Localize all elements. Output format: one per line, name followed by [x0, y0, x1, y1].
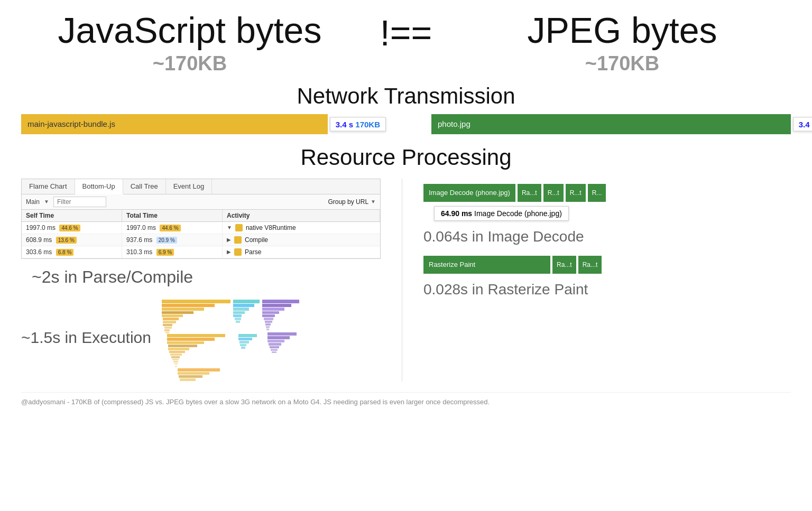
svg-rect-24 [265, 321, 272, 323]
devtools-tabs: Flame Chart Bottom-Up Call Tree Event Lo… [22, 179, 380, 194]
rasterize-section: Rasterize Paint Ra...t Ra...t 0.028s in … [423, 256, 791, 298]
svg-rect-41 [239, 341, 249, 343]
rasterize-bar-main: Rasterize Paint [423, 256, 550, 274]
total-pct-1: 44.6 % [160, 225, 180, 231]
svg-rect-38 [174, 363, 178, 365]
svg-rect-20 [262, 308, 284, 311]
decode-bar-small-2: R...t [543, 184, 564, 202]
self-time-1: 1997.0 ms 44.6 % [22, 222, 122, 234]
rasterize-bar-label: Rasterize Paint [429, 261, 475, 268]
svg-rect-30 [167, 341, 204, 344]
footer-text: @addyosmani - 170KB of (compressed) JS v… [21, 392, 791, 406]
svg-rect-6 [163, 321, 176, 323]
svg-rect-10 [165, 332, 169, 333]
expand-arrow-2[interactable]: ▶ [227, 237, 231, 243]
svg-rect-27 [266, 329, 269, 330]
jpeg-size: ~170KB [454, 52, 791, 75]
svg-rect-14 [233, 311, 245, 314]
decode-bar-small-3: R...t [566, 184, 586, 202]
svg-rect-55 [180, 378, 196, 381]
svg-rect-49 [271, 349, 278, 351]
svg-rect-9 [164, 329, 170, 331]
separator-symbol: !== [358, 13, 454, 53]
activity-label-3: Parse [245, 248, 261, 256]
expand-arrow-1[interactable]: ▼ [227, 225, 232, 230]
svg-rect-1 [162, 304, 215, 307]
decode-section: Image Decode (phone.jpg) Ra...t R...t R.… [423, 184, 791, 245]
rasterize-bars-row: Rasterize Paint Ra...t Ra...t [423, 256, 791, 274]
group-by-arrow[interactable]: ▼ [371, 199, 376, 205]
total-time-2: 937.6 ms 20.9 % [122, 234, 223, 246]
total-time-val-2: 937.6 ms [126, 236, 152, 244]
self-pct-1: 44.6 % [59, 225, 80, 231]
jpeg-time: 3.4 s [799, 119, 812, 128]
tab-call-tree[interactable]: Call Tree [123, 179, 166, 194]
header-total-time: Total Time [122, 210, 223, 221]
total-time-val-3: 310.3 ms [126, 248, 152, 256]
svg-rect-34 [170, 354, 182, 356]
js-title: JavaScript bytes [21, 11, 358, 50]
svg-rect-7 [163, 324, 172, 326]
svg-rect-32 [168, 348, 189, 350]
table-row: 1997.0 ms 44.6 % 1997.0 ms 44.6 % ▼ nati… [22, 222, 380, 234]
header-activity: Activity [223, 210, 380, 221]
svg-rect-35 [171, 356, 180, 358]
svg-rect-47 [269, 343, 281, 346]
svg-rect-22 [262, 314, 275, 317]
jpeg-tooltip: 3.4 s 170KB [793, 117, 812, 131]
decode-bars-row: Image Decode (phone.jpg) Ra...t R...t R.… [423, 184, 791, 202]
activity-label-2: Compile [245, 236, 268, 244]
jpeg-network-bar-container: photo.jpg 3.4 s 170KB [431, 114, 791, 134]
main-selector-label: Main [26, 198, 40, 206]
rasterize-small-label-2: Ra...t [583, 261, 598, 268]
svg-rect-40 [238, 338, 252, 340]
main-selector-arrow[interactable]: ▼ [44, 199, 49, 205]
jpeg-bytes-section: JPEG bytes ~170KB [454, 11, 791, 75]
decode-bars-wrapper: Image Decode (phone.jpg) Ra...t R...t R.… [423, 184, 791, 221]
expand-arrow-3[interactable]: ▶ [227, 249, 231, 255]
svg-rect-51 [175, 366, 177, 367]
decode-time-label: 0.064s in Image Decode [423, 228, 791, 245]
svg-rect-25 [265, 323, 271, 326]
filter-input[interactable] [53, 197, 106, 207]
activity-2: ▶ Compile [223, 234, 380, 246]
svg-rect-16 [235, 318, 241, 320]
flame-chart-svg [162, 300, 304, 382]
svg-rect-45 [267, 336, 290, 339]
total-pct-3: 6.9 % [156, 249, 174, 256]
svg-rect-48 [270, 346, 279, 348]
table-header: Self Time Total Time Activity [22, 210, 380, 222]
svg-rect-5 [163, 318, 179, 320]
decode-small-label-2: R...t [548, 189, 559, 197]
table-row: 608.9 ms 13.6 % 937.6 ms 20.9 % ▶ Compil… [22, 234, 380, 246]
self-pct-3: 6.8 % [56, 249, 74, 256]
tab-flame-chart[interactable]: Flame Chart [22, 179, 75, 194]
activity-icon-2 [234, 236, 242, 244]
rasterize-small-label-1: Ra...t [557, 261, 572, 268]
js-network-bar-container: main-javascript-bundle.js 3.4 s 170KB [21, 114, 379, 134]
decode-small-label-4: R... [592, 189, 602, 197]
activity-label-1: native V8Runtime [246, 224, 296, 231]
svg-rect-39 [238, 334, 257, 337]
decode-bar-small-4: R... [588, 184, 606, 202]
svg-rect-2 [162, 308, 204, 311]
tab-event-log[interactable]: Event Log [166, 179, 213, 194]
svg-rect-50 [272, 351, 276, 353]
parse-compile-label: ~2s in Parse/Compile [32, 267, 381, 287]
resource-processing-section: Flame Chart Bottom-Up Call Tree Event Lo… [21, 179, 791, 382]
header-self-time: Self Time [22, 210, 122, 221]
svg-rect-36 [172, 359, 179, 360]
self-time-val-3: 303.6 ms [26, 248, 52, 256]
svg-rect-4 [162, 314, 183, 317]
tab-bottom-up[interactable]: Bottom-Up [75, 179, 123, 194]
decode-bar-label: Image Decode (phone.jpg) [429, 189, 510, 197]
svg-rect-19 [262, 304, 291, 307]
jpeg-filename: photo.jpg [438, 119, 470, 128]
right-panel: Image Decode (phone.jpg) Ra...t R...t R.… [423, 179, 791, 298]
svg-rect-21 [262, 311, 279, 314]
svg-rect-8 [164, 327, 172, 329]
svg-rect-28 [167, 334, 225, 337]
total-time-1: 1997.0 ms 44.6 % [122, 222, 223, 234]
svg-rect-11 [233, 300, 260, 303]
devtools-panel: Flame Chart Bottom-Up Call Tree Event Lo… [21, 179, 381, 259]
